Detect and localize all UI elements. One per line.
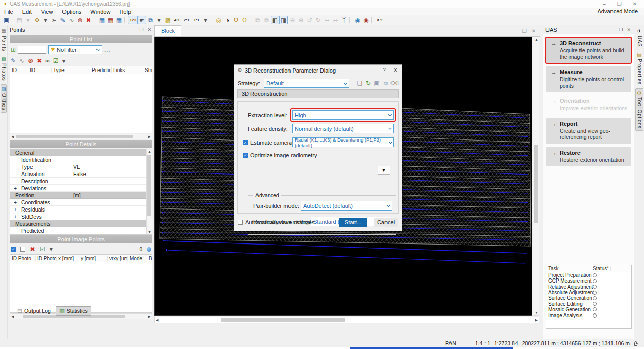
toolbar-button[interactable]: ⊕	[297, 16, 305, 24]
detail-row[interactable]: StdDevs	[10, 213, 152, 220]
filter-more-button[interactable]: ...	[104, 47, 110, 53]
minimize-button[interactable]: –	[603, 1, 606, 7]
toolbar-button[interactable]: ☛	[138, 16, 146, 24]
toolbar-button[interactable]: ↺	[305, 16, 314, 24]
detail-row[interactable]: Position [m]	[10, 192, 152, 199]
detail-row[interactable]: Activation False	[10, 170, 152, 178]
cancel-button[interactable]: Cancel	[374, 218, 398, 227]
point-details-vscrollbar[interactable]: ▲▼	[146, 149, 152, 234]
toolbar-button[interactable]: ▦	[98, 16, 106, 24]
column-header[interactable]: ID	[10, 67, 28, 73]
optimize-radiometry-checkbox[interactable]: ✓	[243, 153, 248, 158]
toolbar-button[interactable]	[124, 17, 127, 24]
toolbar-button[interactable]: ⊗	[76, 16, 84, 24]
point-list-tool-icon[interactable]: ▾	[62, 57, 66, 64]
uncheck-all-icon[interactable]	[20, 247, 25, 252]
menu-item[interactable]: Help	[119, 9, 131, 15]
left-strip-tab[interactable]: ▦ Points	[1, 27, 7, 53]
strategy-combo[interactable]: Default	[264, 79, 349, 88]
autosave-checkbox[interactable]	[238, 220, 243, 225]
close-panel-icon[interactable]: ✕	[627, 27, 631, 32]
expand-advanced-button[interactable]: ▼	[378, 166, 390, 174]
left-strip-tab[interactable]: ▧ Photos	[1, 55, 7, 83]
detail-row[interactable]: Predicted	[10, 227, 152, 234]
workflow-card[interactable]: → Restore Restore exterior orientation	[546, 147, 631, 166]
detail-row[interactable]: General	[10, 149, 152, 156]
detail-row[interactable]: Residuals	[10, 206, 152, 213]
viewport-vscrollbar[interactable]: ▲▼	[533, 37, 539, 316]
workflow-card[interactable]: → Orientation Improve exterior orientati…	[546, 95, 631, 115]
strategy-tool-icon[interactable]: ↻	[364, 80, 372, 87]
right-strip-tab[interactable]: ▤ Properties	[635, 50, 643, 87]
toolbar-button[interactable]: ◧	[271, 16, 279, 24]
toolbar-button[interactable]	[12, 17, 14, 24]
estimate-camera-checkbox[interactable]: ✓	[243, 140, 248, 145]
detail-row[interactable]: Measurements	[10, 220, 152, 227]
task-column-header[interactable]: Task	[546, 266, 591, 271]
column-header[interactable]: vrxy [um]	[108, 256, 128, 261]
toolbar-button[interactable]	[371, 17, 374, 24]
point-list-tool-icon[interactable]: ☑	[53, 57, 59, 64]
toolbar-button[interactable]: Ω	[240, 16, 249, 24]
menu-item[interactable]: Options	[62, 9, 81, 15]
detail-row[interactable]: Deviations	[10, 185, 152, 192]
dialog-help-button[interactable]: ?	[383, 67, 386, 74]
column-header[interactable]: Predictions	[90, 67, 112, 73]
column-header[interactable]: Type	[52, 67, 90, 73]
bottom-dock-tab[interactable]: ▤ Output Log	[14, 307, 54, 315]
toolbar-button[interactable]: ᛉ	[340, 16, 348, 24]
column-header[interactable]: Links	[112, 67, 143, 73]
close-button[interactable]: ✕	[633, 1, 637, 7]
toolbar-button[interactable]: ◎	[214, 16, 223, 24]
column-header[interactable]: ID	[28, 67, 52, 73]
right-strip-tab[interactable]: ⚙ Tool Options	[635, 88, 643, 131]
point-list-tool-icon[interactable]: ✖	[37, 57, 42, 64]
toolbar-button[interactable]: ➢	[50, 16, 58, 24]
toolbar-button[interactable]: ➤?	[375, 16, 384, 24]
maximize-button[interactable]: ❐	[617, 1, 622, 7]
toolbar-button[interactable]: ◉	[353, 16, 362, 24]
point-list-tool-icon[interactable]: ⊗	[28, 57, 33, 64]
workflow-card[interactable]: → Report Create and view geo-referencing…	[546, 118, 631, 144]
strategy-tool-icon[interactable]: ▣	[373, 80, 381, 87]
toolbar-button[interactable]: ▦	[115, 16, 123, 24]
toolbar-button[interactable]: 1:1	[191, 16, 201, 24]
strategy-tool-icon[interactable]: ⌫	[390, 80, 398, 87]
point-list-table[interactable]: ID IDTypePredictionsLinksStripRefsCamRef…	[10, 66, 152, 133]
extraction-level-combo[interactable]: High	[292, 110, 394, 120]
toolbar-button[interactable]	[94, 17, 96, 24]
menu-item[interactable]: File	[4, 9, 13, 15]
detail-row[interactable]: Description	[10, 178, 152, 185]
toolbar-button[interactable]: Ω	[232, 16, 240, 24]
delete-measurement-icon[interactable]: ✖	[30, 246, 35, 253]
detail-row[interactable]: Identification	[10, 156, 152, 163]
feature-density-combo[interactable]: Normal density (default)	[292, 124, 394, 133]
start-button[interactable]: Start...	[339, 218, 367, 227]
menu-item[interactable]: Edit	[22, 9, 32, 15]
toolbar-button[interactable]: ▾	[201, 16, 210, 24]
toolbar-button[interactable]: ✎	[58, 16, 67, 24]
float-panel-icon[interactable]: ❐	[139, 27, 143, 32]
column-header[interactable]: y [mm]	[79, 256, 108, 261]
column-header[interactable]: StripRefs	[143, 67, 152, 73]
toolbar-button[interactable]: ◨	[279, 16, 288, 24]
toolbar-button[interactable]: ∿	[67, 16, 76, 24]
filter-combo[interactable]: NoFilter	[48, 45, 102, 54]
toolbar-button[interactable]	[250, 17, 252, 24]
right-strip-tab[interactable]: ✈ UAS	[635, 27, 643, 49]
strategy-tool-icon[interactable]: ⧈	[381, 80, 390, 87]
toolbar-button[interactable]: ✖	[84, 16, 93, 24]
status-column-header[interactable]: Status*	[591, 266, 611, 271]
point-list-tool-icon[interactable]: ✎	[11, 57, 16, 64]
toolbar-button[interactable]: ◉	[362, 16, 370, 24]
pair-builder-mode-combo[interactable]: AutoDetect (default)	[301, 201, 392, 211]
add-point-icon[interactable]: ⊞	[11, 46, 16, 53]
point-list-tool-icon[interactable]: ∞	[45, 57, 50, 64]
workflow-card[interactable]: → Measure Digitize tie points or control…	[546, 66, 631, 92]
strategy-tool-icon[interactable]: ❏	[356, 80, 364, 87]
column-header[interactable]: Mode	[128, 256, 147, 261]
menu-item[interactable]: Window	[90, 9, 110, 15]
workflow-card[interactable]: → 3D Reconstruct Acquire tie-points and …	[546, 38, 631, 63]
column-header[interactable]: ID Photo	[36, 256, 57, 261]
toolbar-button[interactable]: ➥	[323, 16, 331, 24]
